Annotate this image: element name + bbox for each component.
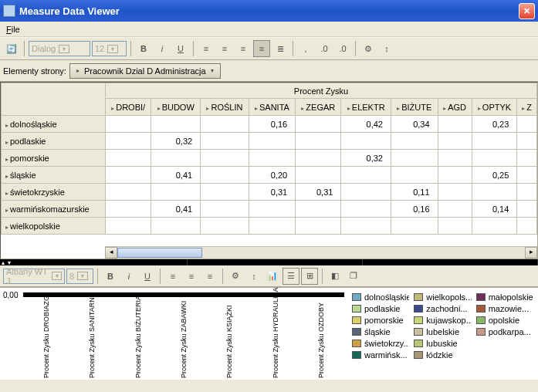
data-cell[interactable] — [391, 218, 438, 235]
titlebar[interactable]: Measure Data Viewer ✕ — [0, 0, 538, 22]
legend-item[interactable]: dolnośląskie — [352, 292, 409, 302]
legend-item[interactable]: wielkopols... — [414, 292, 471, 302]
legend-item[interactable]: lubuskie — [414, 339, 471, 348]
chart-bold-button[interactable]: B — [102, 268, 119, 285]
row-header[interactable]: ▸podlaskie — [2, 133, 106, 150]
chart-italic-button[interactable]: i — [120, 268, 137, 285]
legend-item[interactable]: zachodni... — [414, 304, 471, 313]
data-cell[interactable] — [201, 116, 249, 133]
decimal-dec-button[interactable]: .0 — [334, 40, 351, 57]
legend-item[interactable]: podkarpa... — [476, 327, 533, 336]
data-cell[interactable] — [438, 201, 472, 218]
chart-align-center[interactable]: ≡ — [183, 268, 200, 285]
align-center-button[interactable]: ≡ — [216, 40, 233, 57]
data-cell[interactable]: 0,32 — [341, 150, 391, 167]
data-cell[interactable] — [341, 133, 391, 150]
data-cell[interactable]: 0,25 — [472, 167, 517, 184]
legend-item[interactable]: małopolskie — [476, 292, 533, 302]
row-header[interactable]: ▸dolnośląskie — [2, 116, 106, 133]
data-cell[interactable]: 0,16 — [249, 116, 295, 133]
font-combo[interactable]: Dialog▾ — [29, 41, 90, 56]
data-cell[interactable]: 0,41 — [151, 201, 201, 218]
size-combo[interactable]: 12▾ — [92, 41, 127, 56]
comma-button[interactable]: , — [297, 40, 314, 57]
data-cell[interactable]: 0,31 — [249, 184, 295, 201]
legend-item[interactable]: podlaskie — [352, 304, 409, 313]
data-cell[interactable] — [517, 184, 537, 201]
data-cell[interactable]: 0,42 — [341, 116, 391, 133]
column-header[interactable]: ▸SANITA — [249, 99, 295, 116]
data-cell[interactable] — [438, 133, 472, 150]
chart-options-icon[interactable]: ⚙ — [227, 268, 244, 285]
elements-pill[interactable]: ▸Pracownik Dzial D Administracja▾ — [69, 63, 221, 79]
options-icon[interactable]: ⚙ — [360, 40, 377, 57]
data-cell[interactable] — [517, 218, 537, 235]
data-cell[interactable] — [201, 218, 249, 235]
data-cell[interactable] — [341, 167, 391, 184]
data-cell[interactable] — [201, 167, 249, 184]
legend-item[interactable]: pomorskie — [352, 316, 409, 325]
legend-item[interactable]: opolskie — [476, 316, 533, 325]
chart-legend-icon[interactable]: ☰ — [283, 268, 299, 285]
data-cell[interactable] — [517, 133, 537, 150]
close-button[interactable]: ✕ — [519, 3, 535, 19]
data-cell[interactable] — [106, 116, 151, 133]
data-cell[interactable] — [341, 201, 391, 218]
data-cell[interactable] — [296, 133, 341, 150]
chart-3d-icon[interactable]: ◧ — [327, 268, 343, 285]
column-header[interactable]: ▸DROBI/ — [106, 99, 151, 116]
scroll-track[interactable] — [117, 247, 525, 259]
align-middle-button[interactable]: ≣ — [272, 40, 289, 57]
data-cell[interactable]: 0,16 — [391, 201, 438, 218]
data-cell[interactable] — [391, 133, 438, 150]
legend-item[interactable] — [476, 350, 533, 360]
data-cell[interactable] — [106, 133, 151, 150]
column-header[interactable]: ▸Z — [517, 99, 537, 116]
legend-item[interactable]: śląskie — [352, 327, 409, 336]
column-header[interactable]: ▸OPTYK — [472, 99, 517, 116]
data-cell[interactable] — [438, 167, 472, 184]
h-scrollbar[interactable]: ◂ ▸ — [105, 246, 537, 259]
data-cell[interactable] — [296, 167, 341, 184]
data-cell[interactable] — [391, 150, 438, 167]
data-cell[interactable] — [106, 184, 151, 201]
data-cell[interactable] — [151, 184, 201, 201]
data-cell[interactable]: 0,23 — [472, 116, 517, 133]
align-top-button[interactable]: ≡ — [253, 40, 270, 57]
data-cell[interactable] — [472, 184, 517, 201]
chart-font-combo[interactable]: Albany WT J▾ — [3, 269, 65, 284]
column-header[interactable]: ▸BUDOW — [151, 99, 201, 116]
data-cell[interactable] — [249, 201, 295, 218]
scroll-right-button[interactable]: ▸ — [525, 247, 537, 259]
align-right-button[interactable]: ≡ — [235, 40, 252, 57]
chart-size-combo[interactable]: 8▾ — [66, 269, 93, 284]
data-cell[interactable]: 0,14 — [472, 201, 517, 218]
data-cell[interactable] — [472, 150, 517, 167]
data-cell[interactable] — [438, 150, 472, 167]
data-cell[interactable] — [106, 201, 151, 218]
column-header[interactable]: ▸ZEGAR — [296, 99, 341, 116]
data-cell[interactable] — [341, 218, 391, 235]
row-header[interactable]: ▸warmińskomazurskie — [2, 201, 106, 218]
italic-button[interactable]: i — [154, 40, 171, 57]
column-header[interactable]: ▸BIŻUTE — [391, 99, 438, 116]
data-cell[interactable] — [472, 218, 517, 235]
data-cell[interactable]: 0,32 — [151, 133, 201, 150]
legend-item[interactable]: kujawskop... — [414, 316, 471, 325]
data-cell[interactable] — [517, 116, 537, 133]
row-header[interactable]: ▸wielkopolskie — [2, 218, 106, 235]
data-cell[interactable] — [151, 150, 201, 167]
data-cell[interactable] — [341, 184, 391, 201]
data-cell[interactable]: 0,41 — [151, 167, 201, 184]
data-cell[interactable] — [201, 201, 249, 218]
data-cell[interactable] — [438, 184, 472, 201]
legend-item[interactable]: mazowie... — [476, 304, 533, 313]
data-cell[interactable] — [296, 218, 341, 235]
decimal-inc-button[interactable]: .0 — [316, 40, 333, 57]
data-cell[interactable] — [517, 201, 537, 218]
data-cell[interactable]: 0,34 — [391, 116, 438, 133]
refresh-icon[interactable]: 🔄 — [3, 40, 20, 57]
data-cell[interactable] — [438, 116, 472, 133]
column-header[interactable]: ▸AGD — [438, 99, 472, 116]
chart-align-right[interactable]: ≡ — [201, 268, 218, 285]
